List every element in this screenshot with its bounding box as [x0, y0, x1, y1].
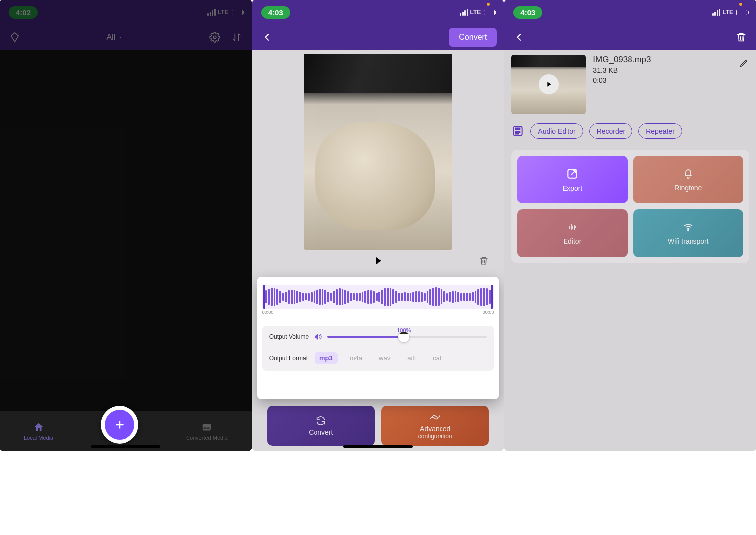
output-settings: Output Volume 100% Output Format mp3 m4a… — [262, 326, 494, 371]
slider-thumb[interactable] — [398, 332, 409, 342]
svg-rect-4 — [516, 128, 520, 130]
gear-icon[interactable] — [207, 29, 223, 45]
play-icon — [545, 80, 553, 88]
convert-button[interactable]: Convert — [449, 28, 497, 47]
wf-start-time: 00:00 — [262, 310, 274, 315]
screen-local-media: 4:02 LTE All Local Media — [0, 0, 252, 451]
thumb-play-button[interactable] — [539, 74, 559, 94]
signal-icon — [207, 9, 216, 16]
waveform-icon — [566, 221, 579, 233]
trim-handle-left[interactable] — [263, 285, 265, 309]
advanced-label-1: Advanced — [420, 425, 450, 433]
nav-converted-label: Converted Media — [186, 435, 228, 441]
chevron-down-icon — [117, 34, 123, 40]
format-caf[interactable]: caf — [428, 352, 446, 364]
battery-icon — [232, 10, 243, 15]
format-row: Output Format mp3 m4a wav aiff caf — [269, 352, 487, 364]
chevron-left-icon — [514, 32, 525, 43]
volume-slider[interactable]: 100% — [327, 336, 487, 338]
network-label: LTE — [218, 9, 229, 16]
add-button[interactable] — [101, 406, 138, 444]
advanced-label-2: configuration — [418, 433, 452, 440]
nav-converted-media[interactable]: Converted Media — [186, 422, 228, 441]
status-bar: 4:03 LTE — [252, 0, 504, 25]
delete-clip-button[interactable] — [479, 256, 489, 266]
rename-button[interactable] — [739, 58, 749, 67]
network-label: LTE — [470, 9, 481, 16]
diamond-icon[interactable] — [7, 29, 23, 45]
tile-export[interactable]: Export — [517, 156, 627, 203]
video-preview — [252, 50, 504, 274]
header-bar: Convert — [252, 25, 504, 50]
svg-marker-0 — [11, 33, 19, 42]
export-icon — [566, 167, 579, 180]
signal-icon — [712, 9, 721, 16]
trim-handle-right[interactable] — [491, 285, 493, 309]
volume-row: Output Volume 100% — [269, 333, 487, 341]
pill-repeater[interactable]: Repeater — [638, 123, 682, 139]
status-time: 4:03 — [513, 6, 542, 19]
refresh-icon — [315, 415, 326, 426]
wf-end-time: 00:03 — [483, 310, 494, 315]
advanced-config-card[interactable]: Advanced configuration — [381, 406, 489, 446]
actions-grid: Export Ringtone Editor Wifi transport — [511, 150, 749, 263]
video-thumbnail — [304, 54, 452, 250]
infinity-icon — [429, 412, 441, 423]
battery-icon — [736, 10, 747, 15]
format-label: Output Format — [269, 355, 308, 362]
format-aiff[interactable]: aiff — [402, 352, 421, 364]
trash-icon — [479, 256, 489, 266]
battery-icon — [484, 10, 495, 15]
filter-label: All — [106, 33, 115, 42]
format-wav[interactable]: wav — [374, 352, 395, 364]
tile-ringtone-label: Ringtone — [674, 184, 702, 192]
sort-icon[interactable] — [229, 29, 245, 45]
trash-button[interactable] — [733, 29, 749, 45]
chevron-left-icon — [262, 32, 273, 43]
waveform[interactable]: /* placeholder; bars inserted below via … — [262, 285, 494, 309]
format-m4a[interactable]: m4a — [345, 352, 367, 364]
filter-dropdown[interactable]: All — [106, 33, 123, 42]
trash-icon — [736, 32, 747, 43]
app-icon — [511, 125, 524, 137]
nav-local-label: Local Media — [24, 435, 53, 441]
tool-pills: Audio Editor Recorder Repeater — [504, 119, 756, 143]
volume-label: Output Volume — [269, 334, 309, 340]
back-button[interactable] — [511, 29, 527, 45]
file-name: IMG_0938.mp3 — [593, 55, 651, 65]
empty-content — [0, 50, 252, 451]
tile-editor[interactable]: Editor — [517, 209, 627, 257]
svg-rect-6 — [516, 133, 518, 134]
pill-recorder[interactable]: Recorder — [589, 123, 633, 139]
status-bar: 4:03 LTE — [504, 0, 756, 25]
status-time: 4:02 — [9, 6, 38, 19]
convert-card-label: Convert — [309, 428, 333, 436]
editor-panel: /* placeholder; bars inserted below via … — [257, 277, 499, 399]
plus-icon — [113, 418, 126, 431]
format-mp3[interactable]: mp3 — [315, 352, 338, 364]
wifi-icon — [682, 221, 694, 233]
play-button[interactable] — [372, 255, 384, 267]
nav-local-media[interactable]: Local Media — [24, 422, 53, 441]
tile-export-label: Export — [563, 184, 582, 192]
file-duration: 0:03 — [593, 76, 651, 84]
svg-rect-5 — [516, 131, 520, 132]
svg-point-1 — [213, 36, 216, 39]
bottom-nav: Local Media Converted Media — [0, 411, 252, 451]
header-bar: All — [0, 25, 252, 50]
tile-ringtone[interactable]: Ringtone — [633, 156, 743, 203]
tile-wifi[interactable]: Wifi transport — [633, 209, 743, 257]
status-time: 4:03 — [261, 6, 290, 19]
status-bar: 4:02 LTE — [0, 0, 252, 25]
speaker-icon — [314, 333, 322, 341]
convert-card[interactable]: Convert — [267, 406, 375, 446]
image-icon — [201, 422, 212, 433]
file-thumbnail[interactable] — [511, 55, 586, 114]
back-button[interactable] — [259, 29, 275, 45]
signal-icon — [460, 9, 468, 16]
svg-rect-2 — [203, 424, 211, 430]
pill-audio-editor[interactable]: Audio Editor — [530, 123, 583, 139]
pencil-icon — [739, 58, 749, 67]
file-info-row: IMG_0938.mp3 31.3 KB 0:03 — [504, 50, 756, 119]
bell-icon — [682, 168, 694, 180]
